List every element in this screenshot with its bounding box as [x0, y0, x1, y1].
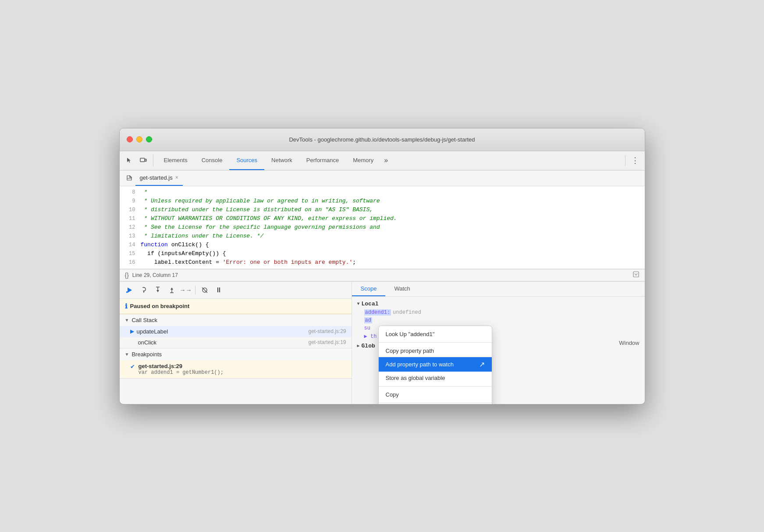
window-label: Window — [619, 340, 639, 346]
scope-local-header[interactable]: ▼ Local — [352, 299, 645, 309]
context-menu-sep-1 — [379, 342, 492, 343]
device-icon[interactable] — [137, 154, 149, 167]
window-title: DevTools - googlechrome.github.io/devtoo… — [289, 136, 475, 143]
code-line-9: 9 * Unless required by applicable law or… — [120, 197, 645, 206]
code-line-16: 16 label.textContent = 'Error: one or bo… — [120, 258, 645, 267]
code-line-14: 14 function onClick() { — [120, 241, 645, 249]
breakpoint-code: var addend1 = getNumber1(); — [139, 369, 224, 376]
more-tabs-icon[interactable]: » — [380, 156, 391, 164]
svg-rect-0 — [140, 158, 145, 162]
paused-notice: ℹ Paused on breakpoint — [120, 299, 352, 314]
svg-rect-1 — [145, 159, 146, 161]
call-stack-file-ref: get-started.js:29 — [308, 328, 346, 334]
tab-sources[interactable]: Sources — [229, 151, 264, 170]
svg-rect-7 — [126, 291, 128, 293]
devtools-window: DevTools - googlechrome.github.io/devtoo… — [119, 128, 645, 404]
call-stack-function-name: updateLabel — [137, 328, 309, 335]
format-icon[interactable]: {} — [125, 272, 129, 279]
title-bar: DevTools - googlechrome.github.io/devtoo… — [120, 128, 645, 151]
breakpoints-header[interactable]: ▼ Breakpoints — [120, 348, 352, 360]
file-tab-get-started[interactable]: get-started.js × — [135, 170, 183, 186]
resume-button[interactable] — [124, 284, 135, 296]
file-tab-bar: get-started.js × — [120, 170, 645, 186]
tab-elements[interactable]: Elements — [157, 151, 195, 170]
svg-marker-13 — [171, 287, 173, 290]
context-menu-copy-path[interactable]: Copy property path — [379, 344, 492, 357]
context-menu: Look Up "addend1" Copy property path Add… — [378, 326, 492, 404]
code-line-15: 15 if (inputsAreEmpty()) { — [120, 249, 645, 258]
close-button[interactable] — [127, 136, 133, 142]
code-line-12: 12 * See the License for the specific la… — [120, 223, 645, 232]
pause-on-exceptions-button[interactable]: ⏸ — [213, 284, 224, 296]
paused-info-icon: ℹ — [125, 302, 128, 310]
tab-console[interactable]: Console — [195, 151, 230, 170]
context-menu-store-global[interactable]: Store as global variable — [379, 372, 492, 384]
file-tab-close[interactable]: × — [175, 174, 178, 181]
svg-marker-6 — [128, 287, 132, 293]
window-controls — [127, 136, 152, 142]
call-stack-triangle: ▼ — [125, 318, 129, 323]
scope-global-label: Glob — [362, 343, 375, 349]
breakpoint-details: get-started.js:29 var addend1 = getNumbe… — [139, 363, 224, 376]
context-menu-sep-2 — [379, 386, 492, 387]
svg-marker-10 — [156, 290, 159, 292]
call-stack-item-update-label[interactable]: ▶ updateLabel get-started.js:29 — [120, 326, 352, 337]
bottom-panel: →→ ⏸ ℹ Paused on breakpoint — [120, 281, 645, 404]
filter-icon[interactable] — [633, 271, 640, 279]
call-stack-section: ▼ Call Stack ▶ updateLabel get-started.j… — [120, 314, 352, 348]
tab-memory[interactable]: Memory — [346, 151, 380, 170]
position-text: Line 29, Column 17 — [132, 272, 178, 278]
code-editor[interactable]: 8 * 9 * Unless required by applicable la… — [120, 186, 645, 269]
context-menu-add-watch[interactable]: Add property path to watch ↗ — [379, 357, 492, 372]
scope-var-addend1: addend1: undefined — [352, 309, 645, 316]
code-line-11: 11 * WITHOUT WARRANTIES OR CONDITIONS OF… — [120, 214, 645, 223]
tab-network[interactable]: Network — [264, 151, 299, 170]
right-panel-tabs: Scope Watch — [352, 282, 645, 297]
scope-var-ad: ad — [352, 316, 645, 324]
file-tab-label: get-started.js — [140, 174, 173, 181]
tab-scope[interactable]: Scope — [352, 282, 386, 296]
minimize-button[interactable] — [136, 136, 142, 142]
tab-performance[interactable]: Performance — [299, 151, 346, 170]
paused-text: Paused on breakpoint — [130, 303, 190, 309]
code-line-10: 10 * distributed under the License is di… — [120, 206, 645, 214]
toolbar-separator — [195, 286, 195, 294]
tab-watch[interactable]: Watch — [385, 282, 419, 296]
file-navigator-icon[interactable] — [123, 172, 135, 184]
breakpoints-label: Breakpoints — [131, 351, 162, 358]
svg-marker-8 — [143, 291, 145, 292]
breakpoints-triangle: ▼ — [125, 352, 129, 357]
svg-line-15 — [202, 287, 207, 293]
svg-marker-3 — [130, 176, 131, 177]
call-stack-function-name-2: onClick — [130, 339, 309, 346]
step-button[interactable]: →→ — [180, 284, 192, 296]
breakpoint-file: get-started.js:29 — [139, 363, 224, 369]
call-stack-header[interactable]: ▼ Call Stack — [120, 314, 352, 326]
context-menu-lookup[interactable]: Look Up "addend1" — [379, 328, 492, 340]
breakpoint-checkbox[interactable]: ✔ — [130, 363, 135, 370]
devtools-menu-icon[interactable]: ⋮ — [629, 154, 641, 167]
maximize-button[interactable] — [146, 136, 152, 142]
devtools-tab-bar: Elements Console Sources Network Perform… — [120, 151, 645, 170]
status-bar: {} Line 29, Column 17 — [120, 269, 645, 281]
cursor-icon[interactable] — [123, 154, 135, 167]
step-over-button[interactable] — [138, 284, 149, 296]
svg-rect-5 — [633, 272, 639, 277]
call-stack-file-ref-2: get-started.js:19 — [308, 339, 346, 345]
code-line-8: 8 * — [120, 188, 645, 197]
context-menu-copy[interactable]: Copy — [379, 388, 492, 401]
code-lines: 8 * 9 * Unless required by applicable la… — [120, 186, 645, 269]
cursor-icon: ↗ — [479, 360, 485, 369]
devtools-right-icons: ⋮ — [623, 154, 641, 167]
debug-toolbar: →→ ⏸ — [120, 282, 352, 299]
devtools-tab-icons — [123, 154, 153, 167]
call-stack-item-on-click[interactable]: onClick get-started.js:19 — [120, 337, 352, 348]
breakpoint-item[interactable]: ✔ get-started.js:29 var addend1 = getNum… — [120, 360, 352, 378]
step-out-button[interactable] — [166, 284, 178, 296]
deactivate-breakpoints-button[interactable] — [199, 284, 210, 296]
context-menu-sep-3 — [379, 403, 492, 403]
svg-marker-2 — [127, 176, 131, 180]
step-into-button[interactable] — [152, 284, 163, 296]
scope-local-label: Local — [362, 301, 379, 307]
left-panel: →→ ⏸ ℹ Paused on breakpoint — [120, 282, 352, 404]
